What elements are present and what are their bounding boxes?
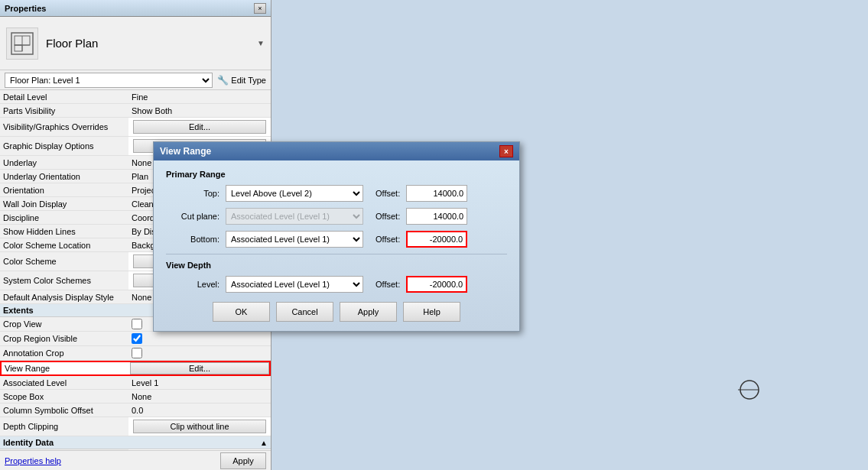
crop-region-visible-checkbox[interactable] — [132, 333, 142, 344]
crop-view-checkbox[interactable] — [132, 319, 142, 329]
vr-level-select[interactable]: Associated Level (Level 1) — [226, 276, 363, 293]
prop-row-associated-level: Associated Level Level 1 — [0, 376, 271, 390]
label-associated-level: Associated Level — [0, 376, 128, 389]
identity-collapse-icon[interactable]: ▲ — [260, 439, 268, 447]
value-view-range: Edit... — [130, 362, 269, 374]
value-detail-level: Fine — [128, 90, 271, 103]
extents-section-label: Extents — [3, 306, 34, 315]
label-column-symbolic-offset: Column Symbolic Offset — [0, 404, 128, 417]
label-discipline: Discipline — [0, 211, 128, 224]
vr-cutplane-offset-label: Offset: — [375, 212, 400, 221]
vr-bottom-offset-label: Offset: — [375, 235, 400, 244]
canvas-dashes — [271, 0, 501, 115]
prop-row-crop-region-visible: Crop Region Visible — [0, 332, 271, 346]
floor-plan-title: Floor Plan — [46, 37, 249, 50]
label-scope-box: Scope Box — [0, 390, 128, 403]
view-range-title-bar: View Range × — [154, 142, 519, 160]
value-parts-visibility: Show Both — [128, 104, 271, 117]
value-depth-clipping: Clip without line — [128, 417, 271, 436]
level-symbol — [738, 378, 761, 401]
identity-section-header: Identity Data ▲ — [0, 436, 271, 449]
prop-row-column-symbolic-offset: Column Symbolic Offset 0.0 — [0, 404, 271, 417]
label-color-scheme: Color Scheme — [0, 252, 128, 271]
vr-help-button[interactable]: Help — [403, 302, 460, 322]
label-depth-clipping: Depth Clipping — [0, 417, 128, 436]
svg-rect-4 — [15, 45, 22, 51]
vr-top-select[interactable]: Level Above (Level 2) — [226, 185, 363, 202]
label-graphic-display: Graphic Display Options — [0, 137, 128, 155]
vr-cutplane-offset-input[interactable] — [406, 208, 467, 225]
label-annotation-crop: Annotation Crop — [0, 346, 128, 360]
label-view-range: View Range — [2, 362, 130, 374]
properties-bottom-bar: Properties help Apply — [0, 450, 271, 470]
floor-plan-icon — [6, 28, 38, 60]
vr-level-offset-label: Offset: — [375, 280, 400, 289]
fp-header: Floor Plan ▼ — [0, 17, 271, 70]
value-vg-overrides: Edit... — [128, 118, 271, 136]
vr-cutplane-select[interactable]: Associated Level (Level 1) — [226, 208, 363, 225]
edit-type-icon: 🔧 — [217, 75, 229, 86]
view-range-edit-button[interactable]: Edit... — [130, 362, 269, 374]
view-range-dialog: View Range × Primary Range Top: Level Ab… — [153, 141, 520, 332]
type-selector-dropdown[interactable]: Floor Plan: Level 1 — [5, 73, 213, 88]
prop-row-scope-box: Scope Box None — [0, 390, 271, 404]
fp-dropdown-arrow-icon[interactable]: ▼ — [257, 39, 265, 47]
view-range-title: View Range — [160, 146, 211, 157]
label-color-scheme-location: Color Scheme Location — [0, 238, 128, 251]
value-crop-region-visible — [128, 332, 271, 345]
label-show-hidden-lines: Show Hidden Lines — [0, 225, 128, 238]
label-underlay-orientation: Underlay Orientation — [0, 170, 128, 183]
depth-clipping-button[interactable]: Clip without line — [133, 420, 266, 433]
view-range-close-button[interactable]: × — [499, 145, 513, 157]
vr-level-offset-input[interactable] — [406, 276, 467, 293]
vr-top-label: Top: — [166, 189, 219, 198]
value-associated-level: Level 1 — [128, 376, 271, 389]
vr-bottom-row: Bottom: Associated Level (Level 1) Offse… — [166, 231, 507, 248]
vr-ok-button[interactable]: OK — [213, 302, 270, 322]
label-parts-visibility: Parts Visibility — [0, 104, 128, 117]
vr-bottom-offset-input[interactable] — [406, 231, 467, 248]
vr-button-row: OK Cancel Apply Help — [166, 302, 507, 322]
prop-row-view-range: View Range Edit... — [0, 361, 271, 376]
value-column-symbolic-offset: 0.0 — [128, 404, 271, 417]
vr-level-row: Level: Associated Level (Level 1) Offset… — [166, 276, 507, 293]
vr-top-row: Top: Level Above (Level 2) Offset: — [166, 185, 507, 202]
vr-top-offset-input[interactable] — [406, 185, 467, 202]
properties-title: Properties — [5, 4, 46, 13]
vg-overrides-edit-button[interactable]: Edit... — [133, 120, 266, 134]
edit-type-button[interactable]: 🔧 Edit Type — [217, 75, 266, 86]
identity-section-label: Identity Data — [3, 438, 54, 447]
value-scope-box: None — [128, 390, 271, 403]
label-crop-view: Crop View — [0, 317, 128, 331]
prop-row-vg-overrides: Visibility/Graphics Overrides Edit... — [0, 118, 271, 137]
label-wall-join-display: Wall Join Display — [0, 197, 128, 210]
label-crop-region-visible: Crop Region Visible — [0, 332, 128, 345]
vr-top-offset-label: Offset: — [375, 189, 400, 198]
prop-row-detail-level: Detail Level Fine — [0, 90, 271, 104]
properties-help-link[interactable]: Properties help — [5, 456, 61, 465]
label-orientation: Orientation — [0, 183, 128, 196]
label-vg-overrides: Visibility/Graphics Overrides — [0, 118, 128, 136]
vr-apply-button[interactable]: Apply — [340, 302, 397, 322]
vr-cancel-button[interactable]: Cancel — [276, 302, 333, 322]
annotation-crop-checkbox[interactable] — [132, 348, 142, 358]
primary-range-label: Primary Range — [166, 170, 507, 179]
vr-bottom-select[interactable]: Associated Level (Level 1) — [226, 231, 363, 248]
prop-row-annotation-crop: Annotation Crop — [0, 346, 271, 361]
type-selector-row: Floor Plan: Level 1 🔧 Edit Type — [0, 70, 271, 90]
value-annotation-crop — [128, 346, 271, 360]
properties-close-button[interactable]: × — [254, 3, 266, 14]
view-depth-label: View Depth — [166, 261, 507, 270]
properties-apply-button[interactable]: Apply — [220, 452, 266, 469]
vr-cutplane-row: Cut plane: Associated Level (Level 1) Of… — [166, 208, 507, 225]
label-detail-level: Detail Level — [0, 90, 128, 103]
label-system-color-schemes: System Color Schemes — [0, 271, 128, 290]
vr-cutplane-label: Cut plane: — [166, 212, 219, 221]
vr-bottom-label: Bottom: — [166, 235, 219, 244]
view-range-content: Primary Range Top: Level Above (Level 2)… — [154, 160, 519, 331]
label-underlay: Underlay — [0, 156, 128, 169]
vr-level-label: Level: — [166, 280, 219, 289]
label-default-analysis: Default Analysis Display Style — [0, 290, 128, 303]
vr-separator — [166, 254, 507, 254]
prop-row-parts-visibility: Parts Visibility Show Both — [0, 104, 271, 118]
